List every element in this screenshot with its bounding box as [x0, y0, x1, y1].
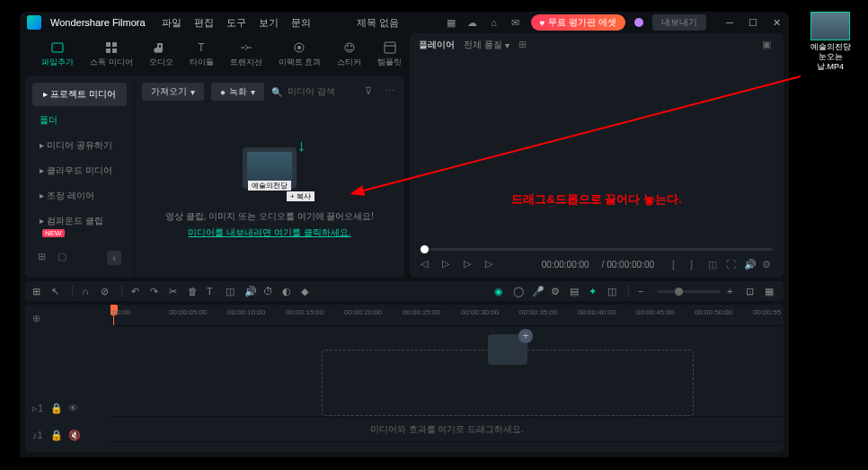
tl-keyframe-icon[interactable]: ◆	[301, 286, 313, 297]
prev-frame-button[interactable]: ◁	[421, 258, 433, 270]
audio-mute-icon[interactable]: 🔇	[68, 430, 79, 440]
media-thumbnail[interactable]: ↓ 예술의전당 + 복사	[243, 147, 297, 189]
tl-volume-icon[interactable]: 🔊	[244, 286, 256, 297]
mark-out-icon[interactable]: ]	[690, 259, 701, 270]
menu-view[interactable]: 보기	[259, 16, 279, 30]
tab-sticker[interactable]: 스티커	[330, 37, 368, 72]
tl-zoom-out-icon[interactable]: −	[638, 286, 650, 297]
media-drop-zone[interactable]: ↓ 예술의전당 + 복사 영상 클립, 이미지 또는 오디오를 여기에 끌어오세…	[135, 108, 404, 278]
collapse-sidebar-button[interactable]: ‹	[107, 251, 121, 265]
tl-link-icon[interactable]: ⊘	[101, 286, 112, 297]
track-add-icon[interactable]: ⊕	[32, 313, 43, 324]
record-dropdown[interactable]: ● 녹화 ▾	[211, 83, 264, 101]
tl-crop-icon[interactable]: ◫	[226, 286, 237, 297]
folder-icon[interactable]: ▢	[58, 251, 70, 263]
layout-icon[interactable]: ▦	[445, 16, 457, 29]
tl-cursor-icon[interactable]: ↖	[51, 286, 63, 297]
annotation-text: 드래그&드롭으로 끌어다 놓는다.	[511, 191, 681, 208]
tab-transition[interactable]: 트랜지션	[223, 37, 270, 72]
tl-speed-icon[interactable]: ⏱	[263, 286, 275, 297]
maximize-button[interactable]: ☐	[748, 17, 758, 28]
home-icon[interactable]: ⌂	[488, 16, 500, 29]
external-file-thumbnail[interactable]: 예술의전당 눈오는 날.MP4	[805, 12, 855, 71]
zoom-slider[interactable]	[657, 290, 720, 293]
tab-title[interactable]: T타이틀	[182, 37, 221, 72]
tl-expand-icon[interactable]: ⊞	[32, 286, 44, 297]
audio-lock-icon[interactable]: 🔒	[50, 430, 61, 440]
promo-button[interactable]: ♥ 무료 평가판 에셋	[531, 14, 626, 31]
menu-file[interactable]: 파일	[162, 16, 182, 30]
sidebar: ▸ 프로젝트 미디어 폴더 ▸ 미디어 공유하기 ▸ 클라우드 미디어 ▸ 조정…	[25, 75, 135, 278]
sidebar-adjustment-layer[interactable]: ▸ 조정 레이어	[32, 185, 127, 207]
menu-help[interactable]: 문의	[291, 16, 311, 30]
timeline-track-headers: ⊕ ▹1 🔒 👁 ♪1 🔒 🔇	[25, 305, 111, 452]
tl-undo-icon[interactable]: ↶	[131, 286, 143, 297]
timeline-tracks[interactable]: 미디어와 효과를 여기로 드래그하세요.	[111, 326, 784, 452]
tl-text-icon[interactable]: T	[207, 286, 218, 297]
volume-icon[interactable]: 🔊	[744, 259, 755, 270]
audio-track-lane[interactable]	[111, 441, 784, 452]
tl-mixer-icon[interactable]: ⚙	[551, 286, 562, 297]
tl-ai-icon[interactable]: ◉	[494, 286, 506, 297]
tab-template[interactable]: 템플릿	[370, 37, 409, 72]
tl-render-icon[interactable]: ◫	[607, 286, 619, 297]
tl-effects-icon[interactable]: ✦	[589, 286, 600, 297]
tl-cut-icon[interactable]: ✂	[169, 286, 181, 297]
grid-icon[interactable]: ⊞	[518, 39, 531, 51]
svg-rect-1	[106, 42, 111, 47]
tl-delete-icon[interactable]: 🗑	[188, 286, 199, 297]
tab-audio[interactable]: 오디오	[142, 37, 181, 72]
menu-tools[interactable]: 도구	[226, 16, 246, 30]
sidebar-compound-clip[interactable]: ▸ 컴파운드 클립NEW	[32, 210, 127, 242]
audio-track-icon[interactable]: ♪1	[32, 430, 43, 440]
more-icon[interactable]: ⋯	[385, 85, 397, 98]
timeline-ruler[interactable]: 00:00 00:00:05:00 00:00:10:00 00:00:15:0…	[111, 305, 784, 326]
tl-marker-icon[interactable]: ◯	[513, 286, 525, 297]
player-tab[interactable]: 플레이어	[419, 39, 455, 51]
next-frame-button[interactable]: ▷	[485, 258, 498, 270]
sidebar-folder[interactable]: 폴더	[32, 110, 127, 131]
svg-rect-2	[112, 42, 117, 47]
message-icon[interactable]: ✉	[509, 16, 522, 29]
filter-icon[interactable]: ⊽	[365, 85, 377, 98]
play-button[interactable]: ▷	[464, 258, 476, 270]
export-button[interactable]: 내보내기	[652, 14, 706, 31]
tab-file-add[interactable]: 파일추가	[34, 37, 81, 72]
tab-stock-media[interactable]: 스톡 미디어	[83, 37, 140, 72]
tl-subtitle-icon[interactable]: ▤	[570, 286, 581, 297]
tl-zoom-fit-icon[interactable]: ⊡	[746, 286, 757, 297]
quality-dropdown[interactable]: 전체 품질 ▾	[464, 39, 509, 51]
video-track-lane[interactable]	[111, 416, 784, 441]
settings-icon[interactable]: ⚙	[762, 259, 773, 270]
cloud-icon[interactable]: ☁	[466, 16, 479, 29]
tl-zoom-in-icon[interactable]: +	[727, 286, 739, 297]
fullscreen-icon[interactable]: ⛶	[726, 259, 737, 270]
video-lock-icon[interactable]: 🔒	[50, 403, 61, 413]
export-media-link[interactable]: 미디어를 내보내려면 여기를 클릭하세요.	[188, 226, 350, 239]
search-input[interactable]: 🔍 미디어 검색	[271, 85, 358, 98]
import-dropdown[interactable]: 가져오기 ▾	[142, 83, 204, 101]
tl-color-icon[interactable]: ◐	[282, 286, 294, 297]
project-media-button[interactable]: ▸ 프로젝트 미디어	[32, 83, 127, 106]
folder-add-icon[interactable]: ⊞	[38, 251, 50, 263]
tl-magnet-icon[interactable]: ∩	[82, 286, 93, 297]
sidebar-cloud-media[interactable]: ▸ 클라우드 미디어	[32, 160, 127, 182]
close-button[interactable]: ✕	[771, 17, 782, 28]
minimize-button[interactable]: ─	[724, 17, 735, 28]
stop-button[interactable]: ▷	[442, 258, 455, 270]
timeline-drop-zone[interactable]	[322, 350, 694, 416]
progress-bar[interactable]	[421, 248, 773, 251]
mark-in-icon[interactable]: [	[672, 259, 683, 270]
tl-redo-icon[interactable]: ↷	[150, 286, 162, 297]
profile-dot-icon[interactable]	[634, 18, 643, 27]
video-track-icon[interactable]: ▹1	[32, 403, 43, 413]
svg-point-9	[347, 45, 349, 47]
sidebar-share-media[interactable]: ▸ 미디어 공유하기	[32, 135, 127, 156]
snapshot-icon[interactable]: ▣	[762, 39, 775, 51]
video-visibility-icon[interactable]: 👁	[68, 403, 79, 413]
menu-edit[interactable]: 편집	[194, 16, 214, 30]
tl-grid-icon[interactable]: ▦	[765, 286, 776, 297]
tl-mic-icon[interactable]: 🎤	[532, 286, 544, 297]
crop-icon[interactable]: ◫	[708, 259, 719, 270]
tab-effects[interactable]: 이팩트 효과	[271, 37, 329, 72]
